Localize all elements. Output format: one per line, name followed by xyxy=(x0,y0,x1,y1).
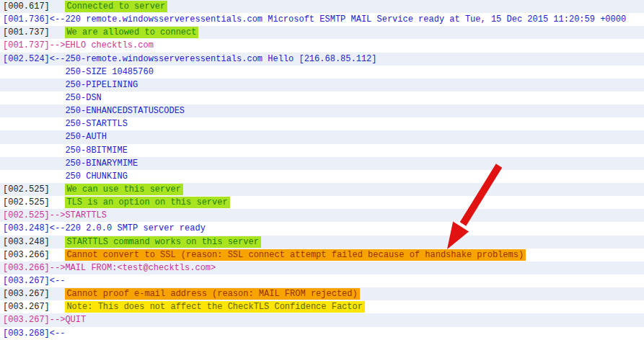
log-timestamp: [002.525] xyxy=(3,184,65,194)
log-line: 250-8BITMIME xyxy=(0,144,644,157)
log-client-command: [002.525]-->STARTTLS xyxy=(3,210,107,220)
log-status-message: TLS is an option on this server xyxy=(65,197,229,208)
log-line: 250 CHUNKING xyxy=(0,170,644,183)
log-server-response: [003.267]<-- xyxy=(3,276,65,286)
log-line: [003.266]-->MAIL FROM:<test@checktls.com… xyxy=(0,261,644,274)
log-status-message: Connected to server xyxy=(65,1,167,12)
log-timestamp: [003.267] xyxy=(3,302,65,312)
log-line: [001.737]-->EHLO checktls.com xyxy=(0,39,644,52)
log-line: [001.737] We are allowed to connect xyxy=(0,26,644,39)
log-server-response: 250-8BITMIME xyxy=(3,146,128,156)
log-timestamp: [002.525] xyxy=(3,197,65,207)
log-client-command: [001.737]-->EHLO checktls.com xyxy=(3,40,154,50)
log-line: 250-AUTH xyxy=(0,130,644,143)
log-line: [003.267] Cannot proof e-mail address (r… xyxy=(0,287,644,300)
log-timestamp: [000.617] xyxy=(3,1,65,12)
log-server-response: 250-AUTH xyxy=(3,132,107,142)
log-line: [003.266] Cannot convert to SSL (reason:… xyxy=(0,249,644,261)
log-line: [002.525]-->STARTTLS xyxy=(0,209,644,222)
log-client-command: [003.266]-->MAIL FROM:<test@checktls.com… xyxy=(3,263,216,273)
log-server-response: [003.268]<-- xyxy=(3,328,65,339)
log-line: 250-ENHANCEDSTATUSCODES xyxy=(0,104,644,117)
log-server-response: 250-STARTTLS xyxy=(3,119,128,129)
log-server-response: 250-PIPELINING xyxy=(3,80,138,90)
log-server-response: 250-ENHANCEDSTATUSCODES xyxy=(3,106,185,116)
log-line: 250-PIPELINING xyxy=(0,79,644,91)
log-line: [002.525] TLS is an option on this serve… xyxy=(0,196,644,209)
log-client-command: [003.267]-->QUIT xyxy=(3,315,86,325)
log-line: 250-SIZE 10485760 xyxy=(0,66,644,79)
log-line: [002.524]<--250-remote.windowsserveresse… xyxy=(0,53,644,66)
log-timestamp: [003.248] xyxy=(3,237,65,247)
log-server-response: [002.524]<--250-remote.windowsserveresse… xyxy=(3,54,376,64)
log-server-response: 250-DSN xyxy=(3,93,102,103)
log-line: [003.267]<-- xyxy=(0,274,644,287)
log-status-message: Cannot proof e-mail address (reason: MAI… xyxy=(65,288,359,300)
log-status-message: STARTTLS command works on this server xyxy=(65,236,260,248)
log-status-message: Note: This does not affect the CheckTLS … xyxy=(65,301,364,313)
log-line: [000.617] Connected to server xyxy=(0,0,644,13)
log-server-response: [003.248]<--220 2.0.0 SMTP server ready xyxy=(3,223,206,233)
log-line: [003.267]-->QUIT xyxy=(0,313,644,326)
smtp-session-log: [000.617] Connected to server[001.736]<-… xyxy=(0,0,644,340)
log-line: [003.248] STARTTLS command works on this… xyxy=(0,236,644,249)
log-server-response: 250-SIZE 10485760 xyxy=(3,67,154,77)
log-server-response: 250-BINARYMIME xyxy=(3,158,138,169)
log-line: [001.736]<--220 remote.windowsserveresse… xyxy=(0,13,644,26)
log-line: [003.268]<-- xyxy=(0,327,644,340)
log-line: 250-DSN xyxy=(0,91,644,104)
log-timestamp: [003.266] xyxy=(3,250,65,260)
log-status-message: Cannot convert to SSL (reason: SSL conne… xyxy=(65,249,526,261)
log-timestamp: [001.737] xyxy=(3,27,65,37)
log-server-response: 250 CHUNKING xyxy=(3,171,128,182)
log-line: 250-BINARYMIME xyxy=(0,157,644,170)
log-line: [002.525] We can use this server xyxy=(0,183,644,196)
log-status-message: We can use this server xyxy=(65,184,182,195)
log-status-message: We are allowed to connect xyxy=(65,27,198,38)
log-timestamp: [003.267] xyxy=(3,289,65,299)
log-line: [003.267] Note: This does not affect the… xyxy=(0,300,644,313)
log-server-response: [001.736]<--220 remote.windowsserveresse… xyxy=(3,14,626,24)
log-line: [003.248]<--220 2.0.0 SMTP server ready xyxy=(0,222,644,235)
checktls-session-log-view: [000.617] Connected to server[001.736]<-… xyxy=(0,0,644,340)
log-line: 250-STARTTLS xyxy=(0,117,644,130)
